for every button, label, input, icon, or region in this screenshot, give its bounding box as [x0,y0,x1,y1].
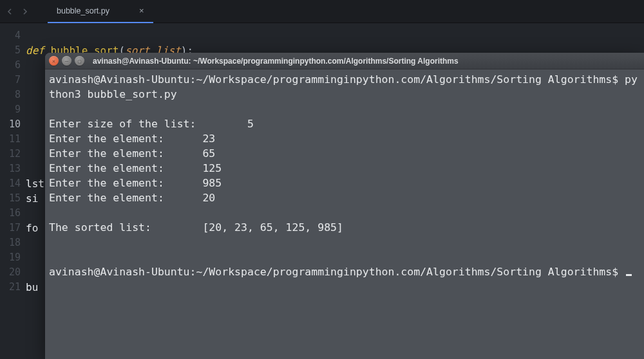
line-number: 4 [0,28,21,43]
line-number: 12 [0,147,21,161]
line-number: 5 [0,43,21,58]
line-number: 21 [0,280,21,295]
terminal-window[interactable]: ✕ – ▢ avinash@Avinash-Ubuntu: ~/Workspac… [45,53,644,359]
line-number: 17 [0,221,21,235]
line-number: 13 [0,161,21,176]
line-number-gutter: 456789101112131415161718192021 [0,23,26,359]
window-minimize-icon[interactable]: – [62,56,71,66]
line-number: 8 [0,87,21,102]
line-number: 9 [0,102,21,117]
terminal-titlebar[interactable]: ✕ – ▢ avinash@Avinash-Ubuntu: ~/Workspac… [45,53,644,69]
nav-back-icon[interactable] [4,6,15,17]
line-number: 6 [0,58,21,73]
line-number: 15 [0,191,21,206]
window-close-icon[interactable]: ✕ [49,56,59,66]
keyword-def: def [26,44,44,57]
line-number: 7 [0,73,21,87]
line-number: 19 [0,250,21,265]
terminal-body[interactable]: avinash@Avinash-Ubuntu:~/Workspace/progr… [45,69,644,359]
window-maximize-icon[interactable]: ▢ [75,56,84,66]
terminal-cursor [626,274,632,276]
editor-topbar: bubble_sort.py × [0,0,644,23]
line-number: 14 [0,176,21,191]
line-number: 16 [0,206,21,221]
tab-bubble-sort[interactable]: bubble_sort.py × [48,0,153,23]
line-number: 10 [0,117,21,132]
tab-filename: bubble_sort.py [57,6,109,15]
close-icon[interactable]: × [139,6,144,15]
code-line-16: fo [26,222,38,234]
code-line-20: bu [26,281,38,293]
code-line-14: si [26,192,38,205]
code-line-13: lst [26,178,44,190]
line-number: 11 [0,132,21,147]
terminal-title: avinash@Avinash-Ubuntu: ~/Workspace/prog… [93,57,459,66]
nav-forward-icon[interactable] [19,6,31,17]
line-number: 18 [0,235,21,250]
line-number: 20 [0,265,21,280]
